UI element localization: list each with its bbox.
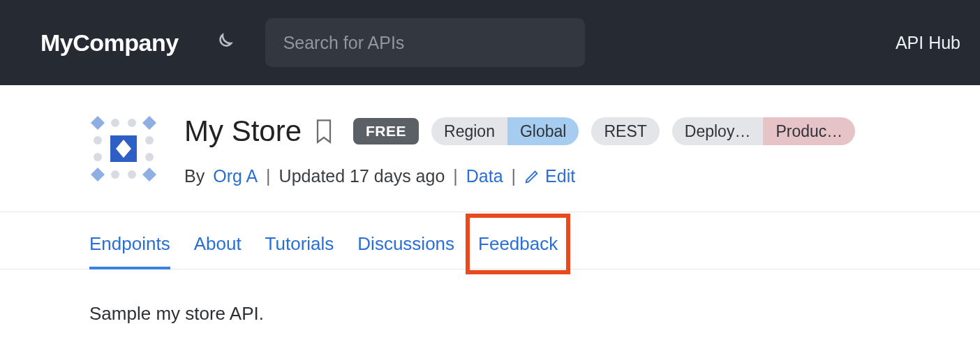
tab-endpoints[interactable]: Endpoints [89,233,170,269]
bookmark-button[interactable] [314,119,334,144]
api-header: My Store FREE Region Global REST Deploy…… [0,85,980,212]
pill-region-value: Global [507,117,579,145]
search-input[interactable] [283,33,567,53]
pill-deploy-label: Deploy… [672,117,764,145]
svg-marker-3 [142,116,156,130]
separator: | [512,166,517,186]
svg-point-6 [111,119,119,127]
bookmark-icon [314,119,334,144]
svg-point-11 [94,153,102,161]
svg-marker-4 [91,168,105,182]
svg-point-10 [94,136,102,145]
pill-deploy-value: Produc… [763,117,855,145]
pencil-icon [524,169,540,184]
pill-region[interactable]: Region Global [431,117,579,145]
api-logo [89,114,158,183]
org-link[interactable]: Org A [213,166,258,186]
page-title: My Store [184,114,302,148]
moon-icon [213,32,234,53]
svg-point-13 [145,153,154,161]
search-box[interactable] [265,18,585,67]
api-description: Sample my store API. [0,269,980,353]
pill-region-label: Region [431,117,507,145]
badge-free: FREE [353,118,419,145]
tab-discussions[interactable]: Discussions [357,233,454,269]
brand-logo[interactable]: MyCompany [40,29,179,57]
category-link[interactable]: Data [466,166,503,186]
edit-link[interactable]: Edit [524,166,575,186]
edit-label: Edit [545,166,575,186]
meta-row: By Org A | Updated 17 days ago | Data | … [184,166,960,186]
pill-deployment[interactable]: Deploy… Produc… [672,117,855,145]
tab-feedback[interactable]: Feedback [478,233,558,269]
svg-point-12 [145,136,154,145]
svg-point-7 [128,119,136,127]
svg-marker-2 [91,116,105,130]
tab-about[interactable]: About [194,233,242,269]
theme-toggle[interactable] [212,31,235,54]
updated-text: Updated 17 days ago [279,166,445,186]
pill-type: REST [591,117,659,145]
separator: | [266,166,271,186]
svg-marker-5 [142,168,156,182]
tabs: EndpointsAboutTutorialsDiscussionsFeedba… [0,212,980,269]
top-bar: MyCompany API Hub [0,0,980,85]
tab-tutorials[interactable]: Tutorials [265,233,334,269]
svg-point-8 [111,170,119,179]
api-hub-link[interactable]: API Hub [896,33,960,53]
by-label: By [184,166,205,186]
separator: | [453,166,458,186]
svg-point-9 [128,170,136,179]
